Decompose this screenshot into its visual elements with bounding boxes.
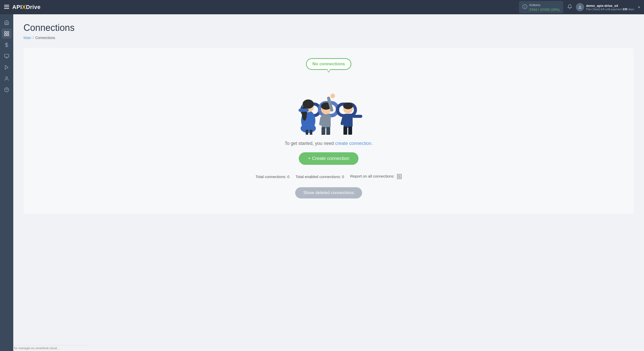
avatar (576, 3, 584, 11)
main-content: Connections Main / Connections No connec… (13, 14, 644, 351)
svg-rect-38 (326, 127, 330, 135)
sidebar-item-connections[interactable] (2, 29, 12, 39)
breadcrumb-separator: / (33, 36, 34, 40)
content-area: No connections (23, 48, 634, 214)
svg-rect-8 (5, 34, 6, 36)
people-illustration (280, 73, 377, 135)
sidebar-item-account[interactable] (2, 73, 12, 84)
svg-marker-14 (5, 66, 8, 69)
svg-rect-27 (310, 130, 312, 135)
logo-prefix: API (12, 4, 22, 10)
page-title: Connections (23, 22, 634, 33)
show-deleted-button[interactable]: Show deleted connections (295, 187, 362, 198)
sidebar-item-billing[interactable] (2, 40, 12, 50)
user-plan-days-suffix: days (628, 8, 634, 11)
svg-rect-9 (7, 34, 9, 36)
cloud-text: No connections (312, 61, 345, 66)
user-plan-days: 230 (623, 8, 627, 11)
empty-text-prefix: To get started, you need (284, 141, 335, 146)
svg-rect-6 (5, 32, 6, 33)
header: APIXDrive i Actions: 2'944 / 10'000 (29%… (0, 0, 644, 14)
svg-rect-30 (299, 109, 309, 112)
logo-text: APIXDrive (12, 4, 41, 10)
svg-rect-47 (348, 127, 352, 135)
empty-state-text: To get started, you need create connecti… (284, 141, 373, 146)
bell-icon[interactable] (567, 4, 572, 10)
svg-rect-46 (343, 127, 347, 135)
menu-icon[interactable] (4, 4, 9, 10)
actions-value: 2'944 / 10'000 (29%) (529, 8, 560, 11)
sidebar-item-help[interactable] (2, 85, 12, 95)
breadcrumb-main-link[interactable]: Main (23, 36, 31, 40)
svg-text:i: i (524, 5, 525, 8)
svg-rect-2 (4, 8, 9, 9)
actions-label: Actions: (529, 3, 541, 7)
sidebar-item-tasks[interactable] (2, 51, 12, 61)
total-connections: Total connections: 0 (256, 174, 290, 179)
info-icon: i (523, 4, 527, 10)
sidebar-item-videos[interactable] (2, 62, 12, 72)
svg-rect-1 (4, 6, 9, 7)
svg-point-35 (330, 94, 335, 98)
svg-rect-41 (343, 114, 353, 128)
actions-badge: i Actions: 2'944 / 10'000 (29%) (519, 1, 563, 13)
breadcrumb-current: Connections (35, 36, 55, 40)
svg-rect-26 (306, 130, 308, 135)
svg-rect-31 (321, 114, 331, 128)
user-plan: Plan |Start| left until payment 230 days (586, 8, 634, 11)
svg-point-43 (343, 103, 353, 109)
svg-point-15 (6, 77, 8, 79)
user-name: demo_apix-drive_s4 (586, 4, 634, 8)
report-icon[interactable] (397, 174, 402, 179)
report-text: Report on all connections: (350, 174, 394, 178)
svg-rect-0 (4, 5, 9, 6)
svg-point-5 (579, 6, 581, 7)
logo: APIXDrive (12, 4, 41, 10)
no-connections-bubble: No connections (306, 58, 351, 70)
stats-row: Total connections: 0 Total enabled conne… (256, 174, 402, 179)
chevron-down-icon: ▾ (638, 5, 640, 9)
actions-info: Actions: 2'944 / 10'000 (29%) (529, 3, 560, 12)
illustration: No connections (280, 58, 377, 135)
svg-rect-37 (321, 127, 325, 135)
report-label: Report on all connections: (350, 174, 402, 179)
sidebar (0, 14, 13, 351)
sidebar-item-home[interactable] (2, 17, 12, 28)
create-connection-button[interactable]: + Create connection (299, 152, 358, 165)
svg-rect-7 (7, 32, 9, 33)
breadcrumb: Main / Connections (23, 36, 634, 40)
svg-rect-11 (5, 54, 9, 57)
create-connection-link[interactable]: create connection. (335, 141, 373, 146)
svg-rect-44 (352, 115, 362, 118)
user-plan-text: Plan |Start| left until payment (586, 8, 622, 11)
logo-suffix: Drive (26, 4, 41, 10)
logo-x: X (22, 4, 26, 10)
user-details: demo_apix-drive_s4 Plan |Start| left unt… (586, 4, 634, 11)
user-info[interactable]: demo_apix-drive_s4 Plan |Start| left unt… (576, 3, 640, 11)
svg-point-24 (302, 105, 307, 121)
total-enabled-connections: Total enabled connections: 0 (295, 174, 344, 179)
